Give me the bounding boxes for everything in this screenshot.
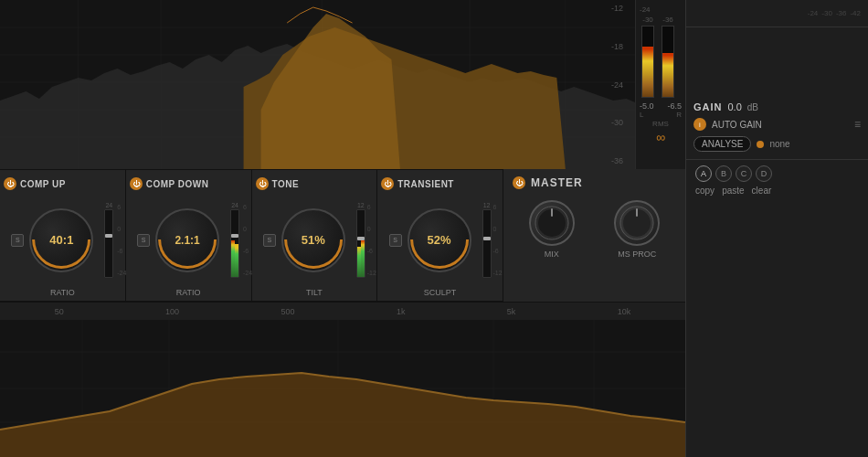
meter-db-label-neg24: -24 <box>640 5 651 14</box>
right-top-scale: -24 -30 -36 -42 <box>686 0 868 27</box>
right-panel: -24 -30 -36 -42 GAIN 0.0 dB i AUTO GAIN … <box>685 0 868 457</box>
fader-handle-cd[interactable] <box>231 234 238 238</box>
knob-msproc[interactable] <box>614 200 660 246</box>
module-label-transient: TRANSIENT <box>397 179 454 189</box>
freq-5k: 5k <box>507 307 516 316</box>
freq-50: 50 <box>55 307 64 316</box>
fader-track-tr[interactable] <box>482 209 492 278</box>
freq-axis: 50 100 500 1k 5k 10k <box>0 302 685 320</box>
power-btn-transient[interactable]: ⏻ <box>381 177 394 190</box>
master-label: MASTER <box>531 176 583 189</box>
fader-top-label-tone: 12 <box>357 202 365 208</box>
power-btn-comp-down[interactable]: ⏻ <box>130 177 143 190</box>
db-label-18: -18 <box>611 42 633 51</box>
menu-icon[interactable]: ≡ <box>854 118 861 131</box>
knob-value-transient: 52% <box>428 233 451 247</box>
controls-row: ⏻ COMP UP S 40:1 24 <box>0 169 685 302</box>
sublabel-tone: TILT <box>306 288 323 297</box>
preset-section: A B C D copy paste clear <box>686 160 868 201</box>
db-label-24: -24 <box>611 80 633 90</box>
freq-1k: 1k <box>397 307 406 316</box>
msproc-label: MS PROC <box>618 250 656 259</box>
fader-handle-cu[interactable] <box>105 234 112 238</box>
fader-track-tone[interactable] <box>356 209 365 278</box>
db-label-36: -36 <box>611 156 633 165</box>
meter-area-top: -24 -30 -36 <box>635 0 685 169</box>
spectrum-main: -12 -18 -24 -30 -36 <box>0 0 635 169</box>
sublabel-comp-down: RATIO <box>176 288 201 297</box>
spectrum-db-scale: -12 -18 -24 -30 -36 <box>609 0 635 169</box>
meter-scale-top: -30 <box>642 16 653 24</box>
solo-btn-transient[interactable]: S <box>389 234 402 247</box>
lr-L: L <box>640 111 643 119</box>
paste-button[interactable]: paste <box>722 186 744 196</box>
solo-btn-tone[interactable]: S <box>263 234 276 247</box>
solo-btn-comp-up[interactable]: S <box>11 234 24 247</box>
module-label-tone: TONE <box>272 179 300 189</box>
knob-value-comp-down: 2.1:1 <box>175 234 199 247</box>
fader-track-cu[interactable] <box>104 209 113 278</box>
module-comp-up: ⏻ COMP UP S 40:1 24 <box>0 170 126 301</box>
auto-gain-row: i AUTO GAIN ≡ <box>693 118 861 131</box>
preset-row: A B C D <box>695 165 859 182</box>
preset-btn-D[interactable]: D <box>756 165 772 182</box>
module-label-comp-up: COMP UP <box>20 179 66 189</box>
analyse-label: ANALYSE <box>702 139 743 149</box>
master-mix-wrap: MIX <box>529 200 575 259</box>
gain-label: GAIN <box>693 101 723 112</box>
rms-label: RMS <box>640 120 682 128</box>
sublabel-transient: SCULPT <box>424 288 457 297</box>
bottom-graph: -12 -24 -36 -48 <box>0 320 685 457</box>
power-btn-master[interactable]: ⏻ <box>513 176 525 189</box>
spectrum-area: -12 -18 -24 -30 -36 -24 -30 <box>0 0 685 169</box>
module-tone: ⏻ TONE S 51% 12 <box>252 170 378 301</box>
preset-btn-C[interactable]: C <box>736 165 752 182</box>
meter-scale-top-R: -36 <box>662 16 673 24</box>
knob-tone[interactable]: 51% <box>281 208 345 272</box>
knob-comp-up[interactable]: 40:1 <box>29 208 93 272</box>
analyse-dot <box>757 141 764 148</box>
power-btn-tone[interactable]: ⏻ <box>256 177 269 190</box>
master-msproc-wrap: MS PROC <box>614 200 660 259</box>
preset-btn-A[interactable]: A <box>695 165 712 182</box>
freq-10k: 10k <box>618 307 631 316</box>
fader-handle-tr[interactable] <box>483 237 491 240</box>
meter-L-label: -5.0 <box>640 101 654 111</box>
analyse-row: ANALYSE none <box>693 136 861 152</box>
clear-button[interactable]: clear <box>752 186 772 196</box>
analyse-button[interactable]: ANALYSE <box>693 136 751 152</box>
module-label-comp-down: COMP DOWN <box>146 179 209 189</box>
fader-track-cd[interactable] <box>230 209 239 278</box>
fader-top-label-cu: 24 <box>105 202 112 208</box>
power-btn-comp-up[interactable]: ⏻ <box>4 177 16 190</box>
action-row: copy paste clear <box>695 186 859 196</box>
auto-gain-info-btn[interactable]: i <box>693 118 706 131</box>
knob-comp-down[interactable]: 2.1:1 <box>155 208 219 272</box>
fader-top-label-tr: 12 <box>483 202 491 208</box>
gain-section: GAIN 0.0 dB i AUTO GAIN ≡ ANALYSE none <box>693 101 861 152</box>
freq-100: 100 <box>165 307 179 316</box>
module-comp-down: ⏻ COMP DOWN S 2.1:1 24 <box>126 170 252 301</box>
db-label-12: -12 <box>611 4 633 13</box>
solo-btn-comp-down[interactable]: S <box>137 234 150 247</box>
meter-fill-R <box>662 53 673 97</box>
knob-mix[interactable] <box>529 200 575 246</box>
mix-label: MIX <box>545 250 559 259</box>
controls-strip: ⏻ COMP UP S 40:1 24 <box>0 169 503 302</box>
knob-value-comp-up: 40:1 <box>49 233 73 247</box>
meter-R-label: -6.5 <box>667 101 682 111</box>
level-fill-tone-R <box>361 240 365 277</box>
gain-value: 0.0 <box>728 101 742 112</box>
knob-transient[interactable]: 52% <box>408 208 471 272</box>
preset-btn-B[interactable]: B <box>715 165 732 182</box>
copy-button[interactable]: copy <box>695 186 715 196</box>
left-panel: -12 -18 -24 -30 -36 -24 -30 <box>0 0 685 457</box>
fader-top-label-cd: 24 <box>231 202 238 208</box>
master-controls-strip: ⏻ MASTER MIX <box>503 169 685 302</box>
knob-value-tone: 51% <box>302 233 325 247</box>
db-label-30: -30 <box>611 118 633 127</box>
analyse-value: none <box>769 139 789 149</box>
link-icon: ∞ <box>640 130 682 144</box>
freq-500: 500 <box>281 307 295 316</box>
main-container: -12 -18 -24 -30 -36 -24 -30 <box>0 0 868 457</box>
